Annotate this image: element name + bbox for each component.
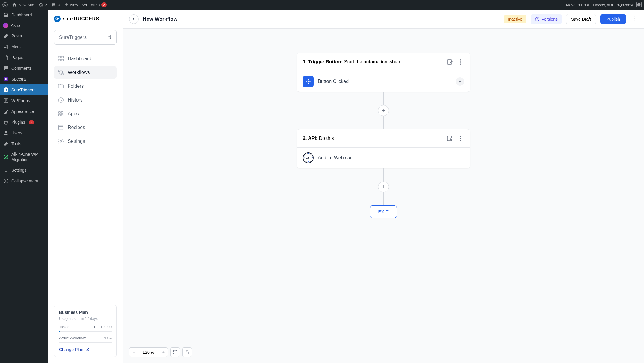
menu-astra[interactable]: Astra bbox=[0, 20, 48, 31]
svg-point-0 bbox=[3, 2, 7, 7]
menu-posts[interactable]: Posts bbox=[0, 31, 48, 41]
st-nav-apps[interactable]: Apps bbox=[54, 108, 117, 120]
back-button[interactable] bbox=[129, 14, 139, 24]
svg-point-24 bbox=[634, 20, 635, 21]
svg-point-34 bbox=[304, 154, 313, 162]
svg-point-29 bbox=[308, 81, 309, 82]
wpforms-bar[interactable]: WPForms2 bbox=[82, 2, 107, 7]
edit-icon[interactable] bbox=[446, 58, 453, 66]
change-plan-link[interactable]: Change Plan bbox=[59, 347, 112, 352]
st-nav-history[interactable]: History bbox=[54, 94, 117, 106]
new-content[interactable]: New bbox=[64, 3, 78, 7]
svg-point-31 bbox=[460, 136, 461, 137]
plan-title: Business Plan bbox=[59, 310, 112, 315]
unlock-icon bbox=[185, 350, 189, 355]
svg-rect-12 bbox=[61, 59, 63, 61]
bolt-icon bbox=[458, 79, 462, 84]
menu-media[interactable]: Media bbox=[0, 41, 48, 52]
workflow-title[interactable]: New Workflow bbox=[143, 16, 499, 22]
fit-screen-button[interactable] bbox=[170, 347, 180, 357]
move-to-host[interactable]: Move to Host bbox=[566, 3, 589, 7]
connector-line bbox=[383, 168, 384, 182]
canvas-area: New Workflow Inactive Versions Save Draf… bbox=[123, 10, 644, 363]
svg-point-8 bbox=[4, 179, 8, 183]
menu-plugins[interactable]: Plugins2 bbox=[0, 117, 48, 128]
menu-spectra[interactable]: Spectra bbox=[0, 74, 48, 84]
tasks-label: Tasks: bbox=[59, 325, 69, 329]
svg-point-22 bbox=[634, 16, 635, 17]
menu-comments[interactable]: Comments bbox=[0, 63, 48, 74]
menu-pages[interactable]: Pages bbox=[0, 52, 48, 63]
chevron-updown-icon: ⇅ bbox=[108, 34, 112, 40]
svg-rect-18 bbox=[59, 114, 61, 116]
menu-migration[interactable]: All-in-One WP Migration bbox=[0, 149, 48, 165]
suretriggers-icon bbox=[3, 87, 9, 93]
astra-icon bbox=[3, 23, 8, 28]
plan-subtitle: Usage resets in 17 days bbox=[59, 317, 112, 321]
versions-button[interactable]: Versions bbox=[531, 14, 562, 24]
menu-suretriggers[interactable]: SureTriggers bbox=[0, 84, 48, 95]
svg-rect-19 bbox=[61, 114, 63, 116]
trigger-card[interactable]: 1. Trigger Button: Start the automation … bbox=[297, 53, 470, 92]
site-name[interactable]: New Site bbox=[12, 2, 34, 7]
arrow-left-icon bbox=[132, 17, 136, 21]
menu-tools[interactable]: Tools bbox=[0, 138, 48, 149]
user-greeting[interactable]: Howdy, hUPqbQdzqdvg bbox=[593, 2, 642, 7]
add-step-button[interactable]: + bbox=[378, 182, 389, 192]
svg-point-1 bbox=[637, 3, 641, 7]
trigger-card-title: 1. Trigger Button: Start the automation … bbox=[303, 59, 443, 65]
svg-point-13 bbox=[58, 70, 60, 72]
workflow-canvas[interactable]: 1. Trigger Button: Start the automation … bbox=[123, 29, 644, 363]
wp-logo[interactable] bbox=[2, 2, 8, 7]
svg-rect-16 bbox=[59, 112, 61, 114]
zoom-in-button[interactable]: + bbox=[159, 348, 168, 357]
lock-canvas-button[interactable] bbox=[182, 347, 192, 357]
publish-button[interactable]: Publish bbox=[600, 14, 626, 24]
workflows-label: Active Workflows: bbox=[59, 336, 87, 340]
svg-point-32 bbox=[460, 138, 461, 139]
svg-point-6 bbox=[5, 131, 7, 133]
updates-count[interactable]: 2 bbox=[38, 2, 47, 7]
connector-line bbox=[383, 192, 384, 205]
workspace-dropdown[interactable]: SureTriggers ⇅ bbox=[54, 30, 117, 45]
st-nav-workflows[interactable]: Workflows bbox=[54, 66, 117, 79]
dots-vertical-icon bbox=[631, 16, 637, 21]
comments-count[interactable]: 0 bbox=[51, 2, 60, 7]
trigger-bolt-button[interactable] bbox=[456, 77, 464, 86]
tasks-value: 10 / 10,000 bbox=[94, 325, 112, 329]
plus-icon: + bbox=[382, 108, 385, 114]
save-draft-button[interactable]: Save Draft bbox=[566, 14, 596, 24]
trigger-app-icon bbox=[303, 76, 314, 87]
svg-rect-10 bbox=[61, 56, 63, 58]
add-step-button[interactable]: + bbox=[378, 105, 389, 116]
plus-icon: + bbox=[382, 184, 385, 190]
svg-rect-11 bbox=[58, 59, 60, 61]
st-nav-folders[interactable]: Folders bbox=[54, 80, 117, 93]
edit-icon[interactable] bbox=[446, 135, 453, 142]
api-card-title: 2. API: Do this bbox=[303, 136, 443, 141]
svg-point-27 bbox=[460, 61, 461, 63]
svg-point-37 bbox=[308, 161, 309, 162]
workflows-value: 9 / ∞ bbox=[104, 336, 112, 340]
migration-icon bbox=[3, 154, 9, 160]
menu-wpforms[interactable]: WPForms bbox=[0, 95, 48, 106]
collapse-menu[interactable]: Collapse menu bbox=[0, 176, 48, 186]
api-card[interactable]: 2. API: Do this Add To Webinar bbox=[297, 129, 470, 168]
more-menu[interactable] bbox=[630, 15, 638, 24]
zoom-out-button[interactable]: − bbox=[129, 348, 138, 357]
svg-rect-39 bbox=[186, 352, 188, 354]
st-nav-dashboard[interactable]: Dashboard bbox=[54, 52, 117, 65]
exit-button[interactable]: EXIT bbox=[370, 205, 397, 218]
svg-point-26 bbox=[460, 59, 461, 60]
wp-admin-sidebar: Dashboard Astra Posts Media Pages Commen… bbox=[0, 10, 48, 363]
dots-vertical-icon[interactable] bbox=[457, 58, 464, 66]
st-nav-settings[interactable]: Settings bbox=[54, 135, 117, 148]
menu-dashboard[interactable]: Dashboard bbox=[0, 10, 48, 20]
menu-users[interactable]: Users bbox=[0, 128, 48, 138]
trigger-action-label: Button Clicked bbox=[318, 79, 349, 84]
tasks-progress bbox=[59, 331, 112, 332]
menu-settings[interactable]: Settings bbox=[0, 165, 48, 176]
menu-appearance[interactable]: Appearance bbox=[0, 106, 48, 117]
dots-vertical-icon[interactable] bbox=[457, 135, 464, 142]
st-nav-recipes[interactable]: Recipes bbox=[54, 121, 117, 134]
